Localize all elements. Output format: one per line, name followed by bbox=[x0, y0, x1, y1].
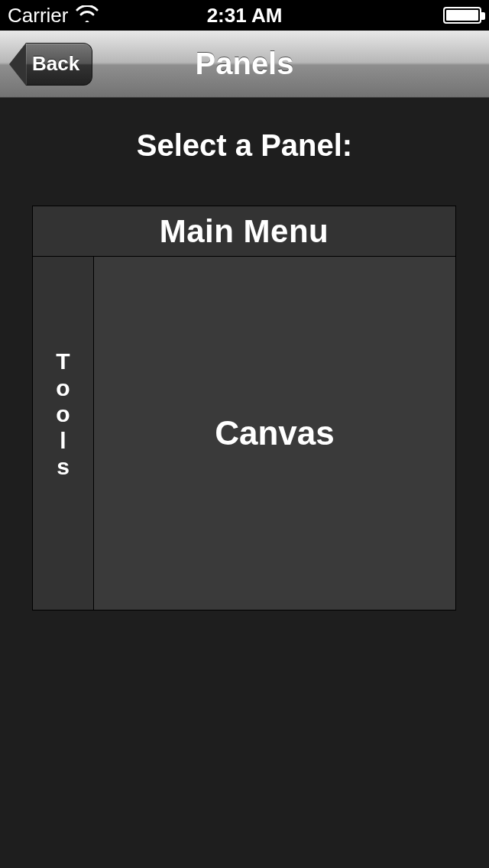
status-left: Carrier bbox=[8, 4, 166, 28]
nav-bar: Back Panels bbox=[0, 31, 489, 98]
panel-canvas[interactable]: Canvas bbox=[94, 257, 455, 610]
status-time: 2:31 AM bbox=[166, 4, 324, 28]
status-bar: Carrier 2:31 AM bbox=[0, 0, 489, 31]
panel-tools[interactable]: T o o l s bbox=[33, 257, 94, 610]
page-title: Panels bbox=[196, 47, 294, 81]
status-right bbox=[323, 7, 481, 24]
back-button[interactable]: Back bbox=[9, 43, 92, 86]
back-button-label: Back bbox=[26, 43, 92, 86]
panel-grid: Main Menu T o o l s Canvas bbox=[32, 206, 456, 611]
carrier-label: Carrier bbox=[8, 4, 68, 28]
wifi-icon bbox=[76, 4, 99, 28]
chevron-left-icon bbox=[9, 43, 26, 86]
content: Select a Panel: Main Menu T o o l s Canv… bbox=[0, 98, 489, 868]
panel-main-menu[interactable]: Main Menu bbox=[33, 206, 455, 257]
prompt-label: Select a Panel: bbox=[0, 128, 489, 163]
battery-icon bbox=[443, 7, 481, 24]
